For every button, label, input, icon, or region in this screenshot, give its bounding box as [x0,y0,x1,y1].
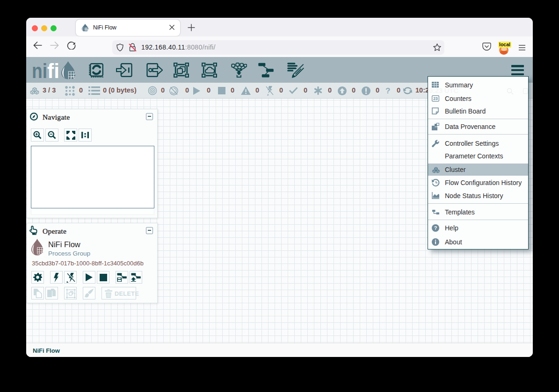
svg-text:23: 23 [433,96,438,101]
svg-text:?: ? [434,225,437,231]
svg-text:ni: ni [32,61,47,82]
svg-text:fi: fi [47,61,59,82]
